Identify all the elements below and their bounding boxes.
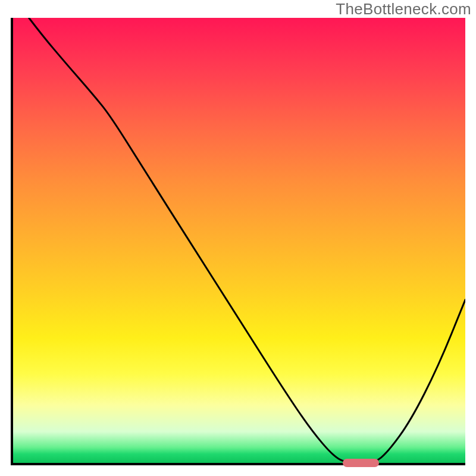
chart-container: TheBottleneck.com [0, 0, 476, 476]
watermark-text: TheBottleneck.com [336, 0, 471, 18]
plot-background-gradient [11, 18, 465, 465]
optimal-range-marker [343, 459, 379, 467]
plot-area [11, 18, 465, 465]
